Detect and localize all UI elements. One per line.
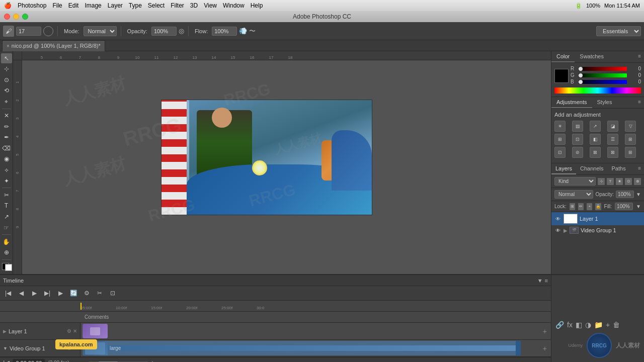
- eyedropper-tool[interactable]: ⌖: [1, 97, 12, 107]
- track-add-btn-1[interactable]: +: [543, 327, 547, 335]
- g-channel-slider[interactable]: [579, 73, 627, 77]
- filter-icon-2[interactable]: T: [607, 178, 614, 185]
- layers-panel-menu[interactable]: ≡: [635, 163, 644, 174]
- track-content-videogroup[interactable]: large +: [80, 340, 551, 356]
- r-channel-slider[interactable]: [579, 67, 627, 71]
- video-group-visibility[interactable]: 👁: [554, 227, 561, 234]
- vibrance-adj-btn[interactable]: ▽: [625, 121, 636, 132]
- lasso-tool[interactable]: ⊙: [1, 75, 12, 85]
- opacity-input[interactable]: [151, 27, 177, 36]
- menu-file[interactable]: File: [52, 2, 62, 9]
- threshold-adj-btn[interactable]: ⊠: [607, 147, 618, 158]
- photofilter-adj-btn[interactable]: ☰: [607, 134, 618, 145]
- layer-delete-btn[interactable]: 🗑: [613, 321, 620, 329]
- track-expand-arrow-vg[interactable]: ▼: [3, 346, 8, 351]
- menu-3d[interactable]: 3D: [190, 2, 198, 9]
- menu-filter[interactable]: Filter: [171, 2, 184, 9]
- lock-position-btn[interactable]: ✏: [578, 203, 584, 210]
- fill-arrow[interactable]: ▼: [636, 204, 641, 209]
- lock-all-btn[interactable]: 🔒: [595, 203, 601, 210]
- pen-tool[interactable]: ✂: [1, 190, 12, 200]
- colorlookup-adj-btn[interactable]: ⊡: [554, 147, 566, 158]
- curves-adj-btn[interactable]: ↗: [590, 121, 601, 132]
- menu-layer[interactable]: Layer: [108, 2, 123, 9]
- layer-fill-input[interactable]: [615, 203, 633, 210]
- hsl-adj-btn[interactable]: ⊞: [554, 134, 566, 145]
- apple-menu[interactable]: 🍎: [4, 2, 12, 9]
- foreground-background-colors[interactable]: [1, 263, 12, 271]
- play-btn[interactable]: ▶: [29, 288, 39, 298]
- video-group-arrow[interactable]: ▶: [564, 228, 568, 233]
- track-add-btn-vg[interactable]: +: [543, 344, 547, 352]
- track-settings-layer1[interactable]: ⚙: [67, 328, 71, 334]
- tab-channels[interactable]: Channels: [576, 163, 607, 174]
- posterize-adj-btn[interactable]: ⊠: [590, 147, 601, 158]
- gradient-tool[interactable]: ⟡: [1, 165, 12, 175]
- foreground-color-swatch[interactable]: [554, 69, 569, 83]
- flow-input[interactable]: [212, 27, 237, 36]
- canvas-area[interactable]: 5 6 7 8 9 10 11 12 13 14 15 16 17 18: [13, 51, 551, 274]
- shape-tool[interactable]: ☞: [1, 223, 12, 233]
- brush-tool[interactable]: ✏: [1, 122, 12, 132]
- selection-tool[interactable]: ⊹: [1, 64, 12, 74]
- layer-item-video-group[interactable]: 👁 ▶ 🎬 Video Group 1: [551, 225, 644, 235]
- dodge-tool[interactable]: ✦: [1, 176, 12, 186]
- menu-window[interactable]: Window: [223, 2, 245, 9]
- hand-tool[interactable]: ✋: [1, 237, 12, 247]
- layer-link-btn[interactable]: 🔗: [555, 321, 564, 329]
- move-tool[interactable]: ↖: [1, 53, 12, 63]
- split-btn[interactable]: ✂: [95, 288, 105, 298]
- zoom-in-timeline[interactable]: +: [150, 359, 154, 362]
- videogroup-clip[interactable]: large: [83, 341, 521, 355]
- filter-icon-3[interactable]: ★: [616, 178, 623, 185]
- filter-icon-4[interactable]: ⊙: [625, 178, 632, 185]
- tab-paths[interactable]: Paths: [608, 163, 630, 174]
- healing-tool[interactable]: ✕: [1, 111, 12, 121]
- tab-styles[interactable]: Styles: [592, 97, 617, 108]
- exposure-adj-btn[interactable]: ◪: [607, 121, 618, 132]
- tab-layers[interactable]: Layers: [551, 163, 576, 174]
- close-button[interactable]: [4, 14, 10, 20]
- track-expand-arrow[interactable]: ▶: [3, 329, 7, 334]
- layer-opacity-input[interactable]: [616, 191, 634, 198]
- b-channel-slider[interactable]: [579, 80, 627, 84]
- layer-1-visibility[interactable]: 👁: [554, 215, 561, 222]
- color-spectrum[interactable]: [554, 87, 641, 94]
- menu-view[interactable]: View: [204, 2, 217, 9]
- layer-mask-btn[interactable]: ◧: [576, 321, 582, 329]
- tab-close-btn[interactable]: ×: [7, 43, 10, 49]
- tab-swatches[interactable]: Swatches: [575, 51, 609, 62]
- path-tool[interactable]: ↗: [1, 212, 12, 222]
- track-delete-layer1[interactable]: ✕: [73, 328, 77, 334]
- adj-panel-menu[interactable]: ≡: [635, 97, 644, 108]
- colorbal-adj-btn[interactable]: ⊡: [572, 134, 583, 145]
- menu-type[interactable]: Type: [129, 2, 142, 9]
- blend-mode-select[interactable]: Normal: [554, 190, 593, 199]
- step-forward-btn[interactable]: ▶|: [42, 288, 52, 298]
- menu-photoshop[interactable]: Photoshop: [18, 2, 46, 9]
- brush-tool-icon[interactable]: 🖌: [3, 26, 14, 37]
- maximize-button[interactable]: [22, 14, 28, 20]
- convert-btn[interactable]: ⊡: [108, 288, 118, 298]
- essentials-select[interactable]: Essentials: [596, 26, 641, 36]
- color-panel-menu[interactable]: ≡: [635, 51, 644, 62]
- goto-start-btn[interactable]: |◀: [3, 288, 13, 298]
- goto-start-time-btn[interactable]: |◀: [3, 359, 10, 362]
- brightness-adj-btn[interactable]: ☀: [554, 121, 566, 132]
- layer-fx-btn[interactable]: fx: [567, 321, 573, 329]
- zoom-tool[interactable]: ⊕: [1, 248, 12, 258]
- filter-icon-1[interactable]: ⊹: [598, 178, 605, 185]
- invert-adj-btn[interactable]: ⊘: [572, 147, 583, 158]
- brush-size-input[interactable]: [16, 27, 41, 36]
- track-label-layer1[interactable]: ▶ Layer 1 ⚙ ✕: [0, 323, 80, 339]
- levels-adj-btn[interactable]: ▤: [572, 121, 583, 132]
- clone-tool[interactable]: ✒: [1, 133, 12, 143]
- type-tool[interactable]: T: [1, 201, 12, 211]
- mode-select[interactable]: Normal: [84, 26, 117, 36]
- document-tab[interactable]: × nico.psd @ 100% (Layer 1, RGB/8)*: [2, 40, 105, 51]
- minimize-button[interactable]: [13, 14, 19, 20]
- zoom-out-timeline[interactable]: −: [83, 359, 87, 362]
- menu-select[interactable]: Select: [148, 2, 165, 9]
- menu-image[interactable]: Image: [85, 2, 101, 9]
- loop-btn[interactable]: 🔄: [68, 288, 78, 298]
